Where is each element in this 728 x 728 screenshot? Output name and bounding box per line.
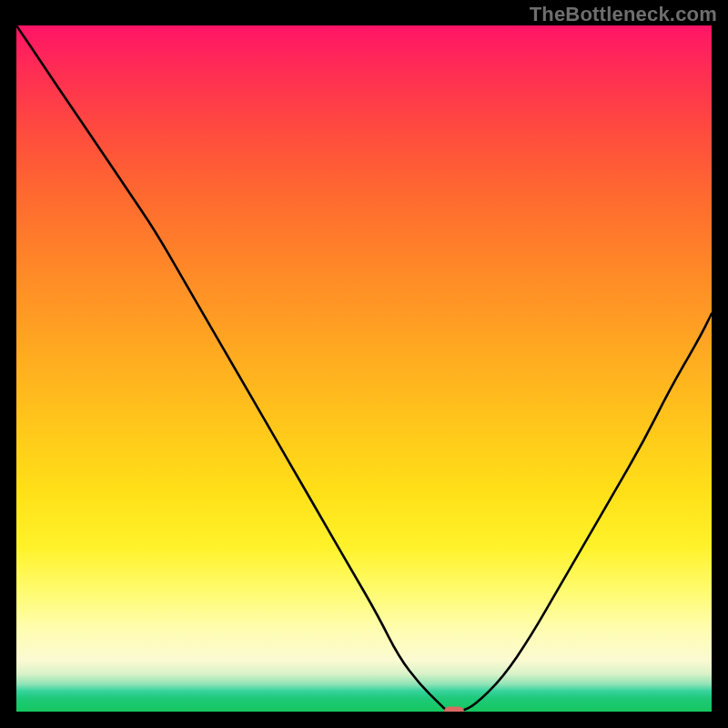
bottleneck-curve-line [16, 25, 712, 712]
watermark-text: TheBottleneck.com [530, 3, 717, 26]
optimal-point-marker [444, 707, 464, 713]
chart-plot-area [16, 25, 712, 712]
curve-svg [16, 25, 712, 712]
